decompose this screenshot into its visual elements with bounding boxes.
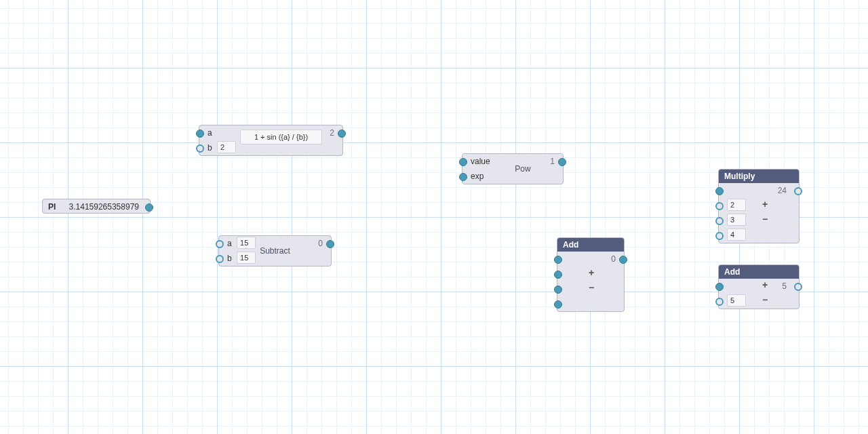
expr-port-a[interactable]	[196, 130, 204, 138]
expr-port-b[interactable]	[196, 144, 204, 153]
expr-label-b: b 2	[208, 140, 236, 155]
add2-port-2[interactable]	[715, 298, 724, 306]
pow-output-port[interactable]	[558, 158, 566, 166]
pow-output-value: 1	[550, 154, 555, 169]
multiply-port-1[interactable]	[715, 187, 724, 195]
add1-output-port[interactable]	[619, 256, 627, 264]
subtract-port-b[interactable]	[216, 255, 224, 263]
node-subtract[interactable]: a 15 Subtract 0 b 15	[218, 235, 332, 267]
multiply-minus-button[interactable]: −	[760, 214, 770, 225]
multiply-header[interactable]: Multiply	[719, 170, 799, 183]
multiply-val-4[interactable]: 4	[727, 229, 746, 241]
node-pi[interactable]: PI 3.14159265358979	[42, 199, 151, 214]
expr-label-a: a	[208, 125, 212, 140]
node-multiply[interactable]: Multiply 24 2 + 3 − 4	[718, 169, 800, 243]
pi-output-port[interactable]	[145, 203, 153, 212]
multiply-val-3[interactable]: 3	[727, 214, 746, 226]
add1-plus-button[interactable]: +	[586, 268, 597, 279]
pi-label: PI	[48, 199, 56, 214]
node-add-1[interactable]: Add 0 + −	[557, 237, 625, 312]
graph-canvas[interactable]: { "nodes": { "pi": { "label": "PI", "val…	[0, 0, 868, 434]
multiply-val-2[interactable]: 2	[727, 199, 746, 211]
add2-header[interactable]: Add	[719, 265, 799, 279]
pow-port-value[interactable]	[459, 158, 467, 166]
expr-output-value: 2	[330, 125, 334, 140]
add1-port-1[interactable]	[554, 256, 562, 264]
node-add-2[interactable]: Add + 5 5 −	[718, 264, 800, 309]
multiply-plus-button[interactable]: +	[760, 199, 770, 210]
add2-output-value: 5	[782, 279, 787, 294]
subtract-b-input[interactable]: 15	[237, 252, 256, 264]
add2-minus-button[interactable]: −	[760, 295, 770, 306]
expr-b-input[interactable]: 2	[217, 141, 236, 153]
pi-value: 3.14159265358979	[69, 199, 139, 214]
node-pow[interactable]: value Pow 1 exp	[462, 153, 564, 184]
subtract-label-b: b 15	[227, 251, 256, 266]
pow-port-exp[interactable]	[459, 173, 467, 181]
add1-output-value: 0	[611, 252, 616, 267]
add2-output-port[interactable]	[794, 283, 802, 291]
node-expression[interactable]: a 2 b 2 1 + sin ({a} / {b})	[199, 125, 343, 156]
multiply-output-port[interactable]	[794, 187, 802, 195]
add2-val-2[interactable]: 5	[727, 294, 746, 307]
add1-header[interactable]: Add	[557, 238, 624, 252]
add1-minus-button[interactable]: −	[586, 283, 597, 294]
expr-formula-input[interactable]: 1 + sin ({a} / {b})	[240, 130, 322, 144]
multiply-port-2[interactable]	[715, 202, 724, 210]
pow-label-exp: exp	[471, 169, 484, 184]
multiply-output-value: 24	[778, 183, 787, 198]
add1-port-4[interactable]	[554, 300, 562, 309]
add1-port-3[interactable]	[554, 285, 562, 294]
subtract-output-value: 0	[318, 236, 323, 251]
multiply-port-3[interactable]	[715, 217, 724, 225]
add2-port-1[interactable]	[715, 283, 724, 291]
expr-output-port[interactable]	[338, 130, 346, 138]
multiply-port-4[interactable]	[715, 232, 724, 240]
subtract-output-port[interactable]	[326, 240, 334, 248]
add1-port-2[interactable]	[554, 271, 562, 279]
add2-plus-button[interactable]: +	[760, 280, 770, 291]
